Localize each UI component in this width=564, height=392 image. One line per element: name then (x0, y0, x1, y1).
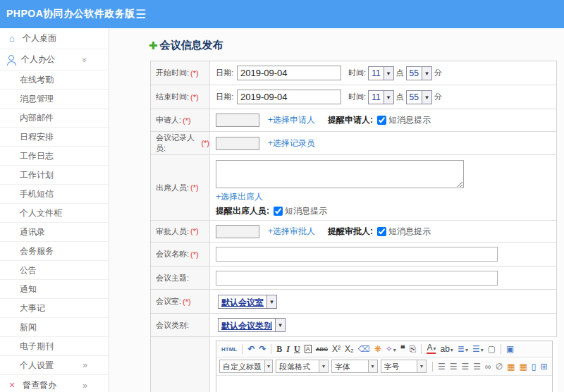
sidebar-item-work-log[interactable]: 工作日志 (0, 147, 109, 166)
chevron-down-icon: ▾ (384, 67, 393, 80)
align-center-icon[interactable]: ☰ (450, 362, 458, 372)
required-mark: (*) (201, 139, 209, 147)
date-label: 日期: (216, 68, 233, 78)
applicant-sms-checkbox[interactable] (377, 116, 386, 125)
recorder-input[interactable] (216, 137, 259, 150)
plus-icon: ✚ (149, 39, 158, 52)
subscript-button[interactable]: X₂ (345, 344, 354, 354)
link-icon[interactable]: ∞ (485, 362, 491, 372)
meeting-topic-input[interactable] (216, 271, 498, 286)
superscript-button[interactable]: X² (332, 344, 341, 354)
chevron-down-icon: ▾ (384, 91, 393, 104)
sidebar-item-personal-file-cabinet[interactable]: 个人文件柜 (0, 204, 109, 223)
sidebar-item-label: 通讯录 (20, 226, 45, 238)
toolbar-separator (242, 344, 243, 354)
insert-image-add-icon[interactable]: ▦ (519, 362, 527, 372)
autotypeset-icon[interactable]: ✧▾ (386, 344, 396, 354)
choose-recorder-link[interactable]: +选择记录员 (268, 137, 315, 149)
end-hour-select[interactable]: 11 ▾ (368, 90, 393, 104)
attendees-sms-checkbox[interactable] (274, 207, 283, 216)
sidebar-item-e-journal[interactable]: 电子期刊 (0, 337, 109, 356)
sidebar-item-memorabilia[interactable]: 大事记 (0, 299, 109, 318)
choose-attendees-link[interactable]: +选择出席人 (216, 191, 263, 203)
end-date-input[interactable] (237, 90, 341, 104)
unordered-list-button[interactable]: ☰▾ (472, 344, 484, 354)
sidebar-item-message-management[interactable]: 消息管理 (0, 90, 109, 109)
hamburger-menu-icon[interactable]: ☰ (135, 7, 146, 22)
sidebar-item-schedule[interactable]: 日程安排 (0, 128, 109, 147)
hour-unit-label: 点 (396, 92, 404, 102)
meeting-room-select[interactable]: 默认会议室 ▾ (218, 295, 277, 309)
meeting-form: 开始时间:(*) 日期: 时间: 11 ▾ 点 55 ▾ 分 (150, 61, 557, 392)
sidebar-item-label: 个人桌面 (23, 32, 56, 44)
sidebar-item-supervision[interactable]: ✕ 督查督办 » (0, 375, 109, 392)
sidebar-item-notice[interactable]: 通知 (0, 280, 109, 299)
sidebar-item-personal-office[interactable]: 个人办公 » (0, 49, 109, 71)
approver-input[interactable] (216, 225, 259, 238)
meeting-category-select[interactable]: 默认会议类别 ▾ (218, 318, 286, 332)
strikethrough-button[interactable]: ABC (316, 346, 328, 353)
start-date-input[interactable] (237, 66, 341, 80)
insert-table-icon[interactable]: ⊞ (540, 362, 547, 372)
highlight-button[interactable]: ab▾ (440, 344, 453, 354)
meeting-room-row: 会议室:(*) 默认会议室 ▾ (151, 290, 556, 314)
paste-icon[interactable]: ⎘ (410, 344, 417, 354)
new-page-icon[interactable]: ▢ (488, 344, 496, 354)
meeting-category-row: 会议类别: 默认会议类别 ▾ (151, 314, 556, 337)
format-brush-icon[interactable]: ❋ (374, 344, 381, 354)
justify-icon[interactable]: ☰ (473, 362, 481, 372)
paragraph-format-select[interactable]: 段落格式 ▾ (276, 360, 329, 373)
editor-content-area[interactable] (216, 376, 552, 392)
ordered-list-button[interactable]: ≣▾ (458, 344, 468, 354)
sidebar-item-internal-mail[interactable]: 内部邮件 (0, 109, 109, 128)
approver-sms-checkbox[interactable] (377, 227, 386, 236)
sidebar: ⌂ 个人桌面 个人办公 » 在线考勤 消息管理 内部邮件 日程安排 工作日志 工… (0, 28, 109, 392)
undo-icon[interactable]: ↶ (247, 344, 255, 354)
page-title-text: 会议信息发布 (160, 39, 223, 52)
font-border-button[interactable]: A (305, 345, 312, 353)
meeting-name-input[interactable] (216, 247, 498, 262)
sidebar-item-label: 会务服务 (20, 245, 54, 257)
html-source-button[interactable]: HTML (221, 346, 237, 353)
eraser-icon[interactable]: ⌫ (358, 344, 370, 354)
choose-applicant-link[interactable]: +选择申请人 (268, 114, 315, 126)
fullscreen-icon[interactable]: ▣ (506, 344, 514, 354)
sidebar-item-personal-desktop[interactable]: ⌂ 个人桌面 (0, 28, 109, 49)
page-break-icon[interactable]: ▯ (532, 362, 537, 372)
sidebar-item-announcement[interactable]: 公告 (0, 261, 109, 280)
italic-button[interactable]: I (286, 344, 290, 355)
custom-heading-select[interactable]: 自定义标题 ▾ (219, 360, 273, 373)
choose-approver-link[interactable]: +选择审批人 (268, 226, 315, 238)
sidebar-item-conference-service[interactable]: 会务服务 (0, 242, 109, 261)
align-left-icon[interactable]: ☰ (438, 362, 446, 372)
start-hour-select[interactable]: 11 ▾ (368, 66, 393, 80)
font-family-select[interactable]: 字体 ▾ (331, 360, 377, 373)
chevron-down-icon: ▾ (422, 91, 431, 104)
unlink-icon[interactable]: ∅ (496, 362, 503, 372)
attendees-textarea[interactable] (216, 160, 464, 188)
sidebar-item-label: 新闻 (20, 321, 37, 333)
insert-image-icon[interactable]: ▦ (507, 362, 515, 372)
blockquote-icon[interactable]: ❝ (400, 343, 405, 355)
font-color-button[interactable]: A▾ (427, 344, 436, 354)
applicant-input[interactable] (216, 114, 259, 127)
sidebar-item-label: 个人设置 (20, 360, 54, 372)
chevron-down-icon: ▾ (450, 347, 453, 353)
sidebar-item-personal-settings[interactable]: 个人设置 » (0, 356, 109, 375)
align-right-icon[interactable]: ☰ (462, 362, 470, 372)
sidebar-item-contacts[interactable]: 通讯录 (0, 223, 109, 242)
required-mark: (*) (183, 116, 191, 125)
start-minute-select[interactable]: 55 ▾ (406, 66, 432, 80)
meeting-topic-label: 会议主题: (151, 267, 210, 289)
underline-button[interactable]: U (294, 344, 300, 355)
bold-button[interactable]: B (276, 344, 282, 355)
sidebar-item-work-plan[interactable]: 工作计划 (0, 166, 109, 185)
sidebar-item-online-attendance[interactable]: 在线考勤 (0, 71, 109, 90)
required-mark: (*) (190, 69, 199, 78)
redo-icon[interactable]: ↷ (259, 344, 266, 354)
font-size-select[interactable]: 字号 ▾ (381, 360, 427, 373)
sidebar-item-mobile-sms[interactable]: 手机短信 (0, 185, 109, 204)
sidebar-item-news[interactable]: 新闻 (0, 318, 109, 337)
end-minute-select[interactable]: 55 ▾ (406, 90, 432, 104)
chevron-down-icon: ▾ (481, 347, 484, 353)
